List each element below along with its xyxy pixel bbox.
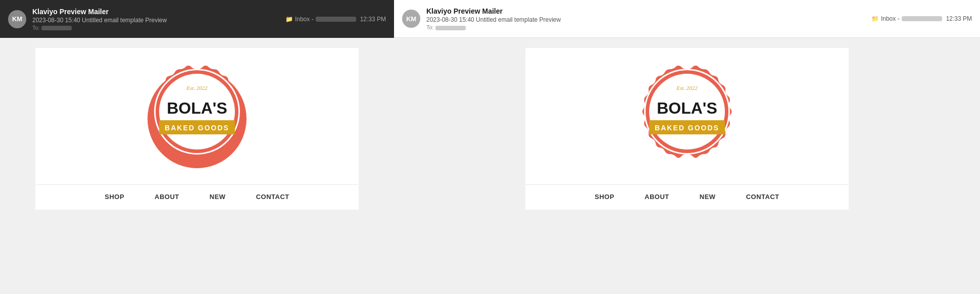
- to-left: To:: [32, 25, 279, 31]
- est-text-right: Est. 2022: [676, 85, 698, 91]
- email-header-bar: KM Klaviyo Preview Mailer 2023-08-30 15:…: [0, 0, 980, 38]
- nav-shop-left[interactable]: SHOP: [105, 193, 124, 201]
- avatar-left: KM: [8, 10, 26, 28]
- nav-about-left[interactable]: ABOUT: [155, 193, 179, 201]
- subject-left: 2023-08-30 15:40 Untitled email template…: [32, 17, 279, 24]
- email-body-left: Est. 2022 BOLA'S BAKED GOODS: [35, 48, 359, 184]
- email-info-left: Klaviyo Preview Mailer 2023-08-30 15:40 …: [32, 8, 279, 31]
- redacted-email-right: [902, 16, 942, 21]
- nav-new-left[interactable]: NEW: [210, 193, 226, 201]
- logo-left: Est. 2022 BOLA'S BAKED GOODS: [141, 63, 253, 174]
- email-panel-left: Est. 2022 BOLA'S BAKED GOODS SHOP ABOUT …: [0, 38, 394, 294]
- nav-bar-left: SHOP ABOUT NEW CONTACT: [35, 184, 359, 210]
- brand-name-text-left: BOLA'S: [167, 99, 227, 117]
- inbox-icon-left: 📁: [285, 16, 293, 23]
- nav-contact-right[interactable]: CONTACT: [746, 193, 779, 201]
- email-body-right: Est. 2022 BOLA'S BAKED GOODS: [525, 48, 849, 184]
- email-meta-right: 📁 Inbox - 12:33 PM: [871, 15, 972, 22]
- redacted-recipient-right: [435, 26, 466, 30]
- avatar-right: KM: [402, 10, 420, 28]
- inbox-label-right: 📁 Inbox -: [871, 15, 942, 22]
- redacted-email-left: [316, 17, 356, 22]
- badge-svg-right: Est. 2022 BOLA'S BAKED GOODS: [634, 66, 740, 172]
- sub-text-left: BAKED GOODS: [165, 124, 229, 132]
- main-content: Est. 2022 BOLA'S BAKED GOODS SHOP ABOUT …: [0, 38, 980, 294]
- badge-svg-left: Est. 2022 BOLA'S BAKED GOODS: [144, 66, 250, 172]
- email-info-right: Klaviyo Preview Mailer 2023-08-30 15:40 …: [426, 7, 865, 30]
- inbox-label-left: 📁 Inbox -: [285, 16, 356, 23]
- nav-contact-left[interactable]: CONTACT: [256, 193, 289, 201]
- to-right: To:: [426, 24, 865, 30]
- subject-right: 2023-08-30 15:40 Untitled email template…: [426, 16, 865, 23]
- sender-right: Klaviyo Preview Mailer: [426, 7, 865, 15]
- sub-text-right: BAKED GOODS: [655, 124, 719, 132]
- sender-left: Klaviyo Preview Mailer: [32, 8, 279, 16]
- email-header-right: KM Klaviyo Preview Mailer 2023-08-30 15:…: [394, 0, 980, 38]
- brand-name-text-right: BOLA'S: [657, 99, 717, 117]
- email-time-right: 12:33 PM: [946, 15, 972, 22]
- nav-shop-right[interactable]: SHOP: [595, 193, 614, 201]
- email-panel-right: Est. 2022 BOLA'S BAKED GOODS SHOP ABOUT …: [394, 38, 980, 294]
- nav-new-right[interactable]: NEW: [700, 193, 716, 201]
- email-header-left: KM Klaviyo Preview Mailer 2023-08-30 15:…: [0, 0, 394, 38]
- est-text-left: Est. 2022: [186, 85, 208, 91]
- inbox-icon-right: 📁: [871, 15, 879, 22]
- email-meta-left: 📁 Inbox - 12:33 PM: [285, 16, 386, 23]
- nav-about-right[interactable]: ABOUT: [645, 193, 669, 201]
- email-time-left: 12:33 PM: [360, 16, 386, 23]
- nav-bar-right: SHOP ABOUT NEW CONTACT: [525, 184, 849, 210]
- redacted-recipient-left: [41, 26, 72, 30]
- logo-right: Est. 2022 BOLA'S BAKED GOODS: [631, 63, 743, 174]
